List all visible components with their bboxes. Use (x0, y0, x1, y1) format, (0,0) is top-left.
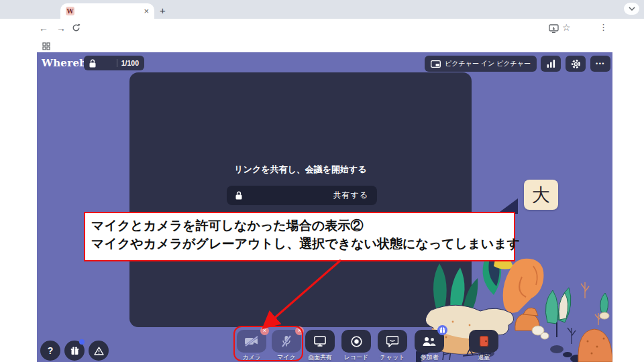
mic-button[interactable]: × (272, 330, 301, 353)
gift-icon (70, 347, 79, 355)
mic-off-icon (281, 335, 292, 347)
new-tab-button[interactable]: + (160, 5, 166, 16)
more-options-button[interactable]: ••• (590, 56, 610, 72)
settings-button[interactable] (566, 56, 586, 72)
leave-label: 退室 (464, 353, 504, 362)
back-icon[interactable]: ← (39, 23, 48, 34)
help-button[interactable]: ? (40, 341, 60, 361)
screenshare-button[interactable] (305, 330, 335, 353)
forward-icon[interactable]: → (56, 23, 66, 34)
annotation-line-1: マイクとカメラを許可しなかった場合の表示② (91, 217, 508, 235)
whats-new-button[interactable] (64, 341, 85, 361)
record-button[interactable] (341, 330, 371, 353)
chat-icon (386, 336, 398, 347)
leave-door-icon (479, 335, 489, 347)
record-icon (351, 336, 362, 347)
screenshare-icon (314, 336, 326, 347)
save-share-icon[interactable] (549, 23, 559, 36)
pip-icon (431, 60, 441, 68)
share-link-bar[interactable]: 共有する (227, 186, 377, 205)
record-label: レコード (336, 353, 376, 362)
bookmarks-bar (0, 39, 644, 52)
whereby-app: Whereby 1/100 ピクチャー イン ピクチャー ••• (37, 52, 612, 362)
room-capacity: 1/100 (121, 59, 139, 67)
participants-icon (423, 337, 436, 347)
report-issue-button[interactable] (89, 341, 109, 361)
screenshare-label: 画面共有 (300, 353, 340, 362)
room-lock-pill[interactable]: 1/100 (84, 56, 144, 70)
participants-label: 参加者 (409, 353, 449, 362)
camera-label: カメラ (231, 353, 272, 362)
lock-icon (89, 59, 96, 68)
chat-button[interactable] (378, 330, 407, 353)
browser-menu-icon[interactable]: ⋮ (599, 22, 608, 32)
tab-close-icon[interactable]: × (144, 7, 149, 15)
chat-label: チャット (372, 353, 413, 362)
leave-button[interactable] (469, 330, 498, 353)
stats-icon (547, 60, 555, 68)
size-annotation-box: 大 (524, 180, 558, 210)
camera-off-icon (244, 336, 259, 347)
mic-blocked-badge: × (295, 326, 304, 335)
tab-overflow-chevron-icon[interactable] (624, 3, 639, 15)
gear-icon (571, 59, 581, 69)
divider (117, 59, 117, 67)
bookmark-star-icon[interactable]: ☆ (562, 22, 571, 33)
browser-tab-strip: W × + (0, 0, 644, 19)
pip-label: ピクチャー イン ピクチャー (445, 59, 531, 68)
annotation-line-2: マイクやカメラがグレーアウトし、選択できない状態になってしまいます (91, 235, 508, 253)
browser-tab[interactable]: W × (60, 3, 154, 19)
warning-triangle-icon (94, 347, 104, 355)
camera-blocked-badge: × (260, 326, 269, 335)
notification-dot (79, 339, 85, 345)
apps-grid-icon[interactable] (42, 41, 50, 53)
camera-button[interactable]: × (237, 330, 266, 353)
stats-button[interactable] (541, 56, 561, 72)
start-meeting-heading: リンクを共有し、会議を開始する (129, 164, 472, 176)
reload-icon[interactable] (72, 23, 80, 34)
tutorial-annotation-box: マイクとカメラを許可しなかった場合の表示② マイクやカメラがグレーアウトし、選択… (84, 212, 515, 261)
picture-in-picture-button[interactable]: ピクチャー イン ピクチャー (425, 56, 537, 72)
share-button[interactable]: 共有する (333, 190, 368, 201)
landscape-illustration (416, 258, 612, 362)
whereby-favicon: W (66, 7, 74, 15)
browser-toolbar: ← → https://whereby.com/ ☆ ⋮ (0, 19, 644, 39)
participants-button[interactable] (415, 330, 444, 353)
lock-icon (235, 191, 242, 200)
participants-gift-badge (437, 325, 447, 335)
